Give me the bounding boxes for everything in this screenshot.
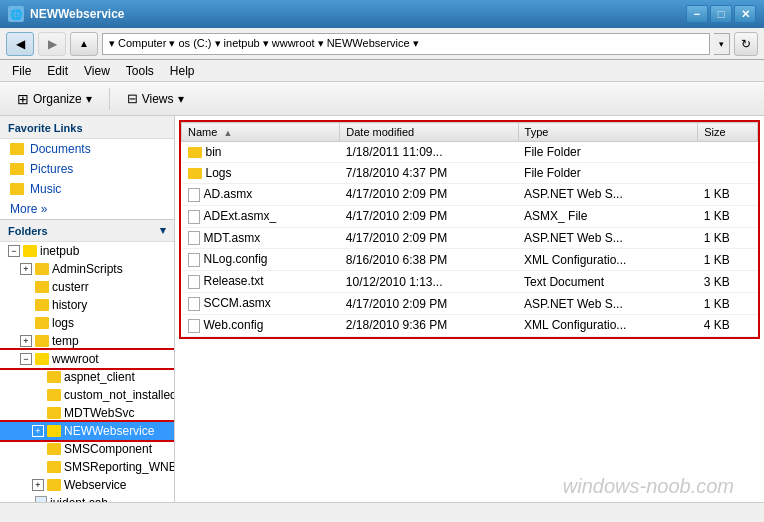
address-dropdown[interactable]: ▾ [714, 33, 730, 55]
expand-adminscripts[interactable]: + [20, 263, 32, 275]
label-smsrep: SMSReporting_WNB [64, 460, 175, 474]
tree-adminscripts[interactable]: + AdminScripts [0, 260, 174, 278]
expand-inetpub[interactable]: − [8, 245, 20, 257]
up-button[interactable]: ▲ [70, 32, 98, 56]
window-controls: − □ ✕ [686, 5, 756, 23]
label-temp: temp [52, 334, 79, 348]
fav-music-label: Music [30, 182, 61, 196]
label-wwwroot: wwwroot [52, 352, 99, 366]
views-icon: ⊟ [127, 91, 138, 106]
expand-temp[interactable]: + [20, 335, 32, 347]
address-field[interactable]: ▾ Computer ▾ os (C:) ▾ inetpub ▾ wwwroot… [102, 33, 710, 55]
file-table-header: Name ▲ Date modified Type Size [182, 123, 758, 142]
fav-music[interactable]: Music [0, 179, 174, 199]
cell-size [698, 163, 758, 184]
menu-tools[interactable]: Tools [118, 62, 162, 80]
tree-temp[interactable]: + temp [0, 332, 174, 350]
cell-name: Logs [182, 163, 340, 184]
table-row[interactable]: MDT.asmx 4/17/2010 2:09 PM ASP.NET Web S… [182, 227, 758, 249]
tree-wwwroot[interactable]: − wwwroot [0, 350, 174, 368]
tree-smsreporting[interactable]: SMSReporting_WNB [0, 458, 174, 476]
fav-documents[interactable]: Documents [0, 139, 174, 159]
table-row[interactable]: bin 1/18/2011 11:09... File Folder [182, 142, 758, 163]
col-date-label: Date modified [346, 126, 414, 138]
right-panel: Name ▲ Date modified Type Size [175, 116, 764, 502]
table-row[interactable]: SCCM.asmx 4/17/2010 2:09 PM ASP.NET Web … [182, 293, 758, 315]
expand-webservice[interactable]: + [32, 479, 44, 491]
cell-date: 2/18/2010 9:36 PM [340, 314, 518, 336]
col-date[interactable]: Date modified [340, 123, 518, 142]
tree-iuident[interactable]: iuident.cab [0, 494, 174, 502]
close-button[interactable]: ✕ [734, 5, 756, 23]
tree-custom-not-installed[interactable]: custom_not_installed [0, 386, 174, 404]
tree-aspnet-client[interactable]: aspnet_client [0, 368, 174, 386]
label-inetpub: inetpub [40, 244, 79, 258]
cell-date: 10/12/2010 1:13... [340, 271, 518, 293]
refresh-button[interactable]: ↻ [734, 32, 758, 56]
col-type-label: Type [525, 126, 549, 138]
label-sms: SMSComponent [64, 442, 152, 456]
tree-newwebservice[interactable]: + NEWWebservice [0, 422, 174, 440]
forward-button[interactable]: ▶ [38, 32, 66, 56]
cell-size [698, 142, 758, 163]
table-row[interactable]: AD.asmx 4/17/2010 2:09 PM ASP.NET Web S.… [182, 184, 758, 206]
menu-edit[interactable]: Edit [39, 62, 76, 80]
table-row[interactable]: ADExt.asmx_ 4/17/2010 2:09 PM ASMX_ File… [182, 205, 758, 227]
cell-size: 1 KB [698, 293, 758, 315]
fav-pictures[interactable]: Pictures [0, 159, 174, 179]
col-name-label: Name [188, 126, 217, 138]
table-row[interactable]: Release.txt 10/12/2010 1:13... Text Docu… [182, 271, 758, 293]
menu-view[interactable]: View [76, 62, 118, 80]
cell-size: 1 KB [698, 227, 758, 249]
tree-custerr[interactable]: custerr [0, 278, 174, 296]
col-size[interactable]: Size [698, 123, 758, 142]
address-path: ▾ Computer ▾ os (C:) ▾ inetpub ▾ wwwroot… [109, 37, 419, 50]
expand-newwebservice[interactable]: + [32, 425, 44, 437]
minimize-button[interactable]: − [686, 5, 708, 23]
menu-help[interactable]: Help [162, 62, 203, 80]
back-button[interactable]: ◀ [6, 32, 34, 56]
menu-file[interactable]: File [4, 62, 39, 80]
cell-type: ASMX_ File [518, 205, 698, 227]
maximize-button[interactable]: □ [710, 5, 732, 23]
tree-webservice[interactable]: + Webservice [0, 476, 174, 494]
cell-name: bin [182, 142, 340, 163]
table-row[interactable]: NLog.config 8/16/2010 6:38 PM XML Config… [182, 249, 758, 271]
organize-button[interactable]: ⊞ Organize ▾ [8, 87, 101, 111]
organize-label: Organize [33, 92, 82, 106]
folders-header[interactable]: Folders ▾ [0, 219, 174, 242]
views-button[interactable]: ⊟ Views ▾ [118, 87, 193, 110]
sort-arrow-name: ▲ [223, 128, 232, 138]
cell-type: ASP.NET Web S... [518, 293, 698, 315]
folder-icon [10, 143, 24, 155]
table-row[interactable]: Logs 7/18/2010 4:37 PM File Folder [182, 163, 758, 184]
file-table-body: bin 1/18/2011 11:09... File Folder Logs … [182, 142, 758, 337]
tree-history[interactable]: history [0, 296, 174, 314]
cell-name: NLog.config [182, 249, 340, 271]
cell-name: Release.txt [182, 271, 340, 293]
cell-size: 3 KB [698, 271, 758, 293]
cell-name: ADExt.asmx_ [182, 205, 340, 227]
folder-icon [10, 183, 24, 195]
tree-mdtwebsvc[interactable]: MDTWebSvc [0, 404, 174, 422]
tree-inetpub[interactable]: − inetpub [0, 242, 174, 260]
table-row[interactable]: Web.config 2/18/2010 9:36 PM XML Configu… [182, 314, 758, 336]
folder-icon-aspnet [47, 371, 61, 383]
toolbar-separator [109, 88, 110, 110]
expand-wwwroot[interactable]: − [20, 353, 32, 365]
tree-smscomponent[interactable]: SMSComponent [0, 440, 174, 458]
folders-label: Folders [8, 225, 48, 237]
cell-size: 1 KB [698, 184, 758, 206]
views-label: Views [142, 92, 174, 106]
folder-icon-sms [47, 443, 61, 455]
cell-size: 1 KB [698, 249, 758, 271]
file-table: Name ▲ Date modified Type Size [181, 122, 758, 337]
col-name[interactable]: Name ▲ [182, 123, 340, 142]
more-links[interactable]: More » [0, 199, 174, 219]
folder-icon-smsrep [47, 461, 61, 473]
views-arrow: ▾ [178, 92, 184, 106]
tree-logs[interactable]: logs [0, 314, 174, 332]
cell-date: 4/17/2010 2:09 PM [340, 184, 518, 206]
col-type[interactable]: Type [518, 123, 698, 142]
folder-icon-webservice [47, 479, 61, 491]
